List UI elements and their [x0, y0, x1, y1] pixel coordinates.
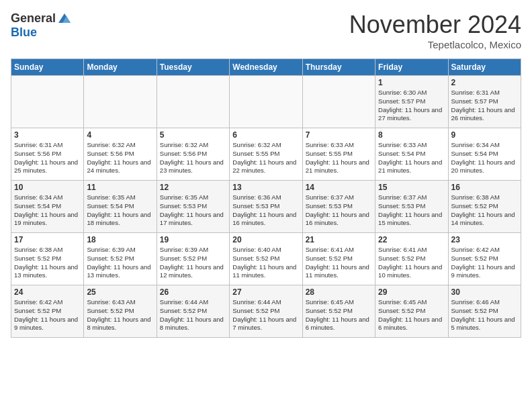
- day-info: Sunrise: 6:33 AM Sunset: 5:54 PM Dayligh…: [378, 141, 445, 175]
- calendar-week-row: 24Sunrise: 6:42 AM Sunset: 5:52 PM Dayli…: [11, 285, 521, 338]
- day-number: 17: [14, 235, 81, 244]
- day-number: 10: [14, 183, 81, 192]
- calendar-day-cell: 9Sunrise: 6:34 AM Sunset: 5:54 PM Daylig…: [448, 128, 521, 181]
- day-info: Sunrise: 6:32 AM Sunset: 5:56 PM Dayligh…: [87, 141, 153, 175]
- calendar-day-cell: 17Sunrise: 6:38 AM Sunset: 5:52 PM Dayli…: [11, 233, 84, 285]
- day-of-week-header: Wednesday: [230, 59, 302, 76]
- day-number: 12: [160, 183, 226, 192]
- calendar-day-cell: 28Sunrise: 6:45 AM Sunset: 5:52 PM Dayli…: [302, 285, 375, 338]
- day-info: Sunrise: 6:33 AM Sunset: 5:55 PM Dayligh…: [306, 141, 372, 175]
- calendar-day-cell: 29Sunrise: 6:45 AM Sunset: 5:52 PM Dayli…: [375, 285, 448, 338]
- calendar-day-cell: 15Sunrise: 6:37 AM Sunset: 5:53 PM Dayli…: [375, 181, 448, 233]
- days-of-week-row: SundayMondayTuesdayWednesdayThursdayFrid…: [11, 59, 521, 76]
- day-info: Sunrise: 6:37 AM Sunset: 5:53 PM Dayligh…: [306, 193, 372, 228]
- calendar-day-cell: 21Sunrise: 6:41 AM Sunset: 5:52 PM Dayli…: [302, 233, 375, 285]
- day-info: Sunrise: 6:42 AM Sunset: 5:52 PM Dayligh…: [451, 246, 518, 280]
- day-number: 5: [160, 130, 226, 140]
- calendar-day-cell: 16Sunrise: 6:38 AM Sunset: 5:52 PM Dayli…: [448, 181, 521, 233]
- calendar-week-row: 17Sunrise: 6:38 AM Sunset: 5:52 PM Dayli…: [11, 233, 521, 285]
- logo-general-text: General: [11, 11, 56, 26]
- day-number: 2: [451, 78, 518, 87]
- day-number: 13: [232, 183, 299, 192]
- day-info: Sunrise: 6:40 AM Sunset: 5:52 PM Dayligh…: [232, 246, 299, 280]
- day-number: 24: [14, 287, 81, 297]
- day-info: Sunrise: 6:44 AM Sunset: 5:52 PM Dayligh…: [232, 298, 299, 332]
- logo: General Blue: [11, 11, 72, 40]
- header: General Blue November 2024 Tepetlacolco,…: [11, 11, 521, 50]
- calendar-day-cell: 3Sunrise: 6:31 AM Sunset: 5:56 PM Daylig…: [11, 128, 84, 181]
- day-number: 7: [306, 130, 372, 140]
- day-info: Sunrise: 6:39 AM Sunset: 5:52 PM Dayligh…: [160, 246, 226, 280]
- calendar-day-cell: 18Sunrise: 6:39 AM Sunset: 5:52 PM Dayli…: [84, 233, 157, 285]
- day-number: 1: [378, 78, 445, 87]
- day-info: Sunrise: 6:32 AM Sunset: 5:56 PM Dayligh…: [160, 141, 226, 175]
- page: General Blue November 2024 Tepetlacolco,…: [0, 0, 532, 411]
- calendar-day-cell: 7Sunrise: 6:33 AM Sunset: 5:55 PM Daylig…: [302, 128, 375, 181]
- day-info: Sunrise: 6:36 AM Sunset: 5:53 PM Dayligh…: [232, 193, 299, 228]
- calendar-day-cell: [11, 76, 84, 128]
- day-number: 16: [451, 183, 518, 192]
- calendar-day-cell: [302, 76, 375, 128]
- calendar-day-cell: 26Sunrise: 6:44 AM Sunset: 5:52 PM Dayli…: [157, 285, 229, 338]
- month-title: November 2024: [349, 11, 521, 39]
- calendar-day-cell: 19Sunrise: 6:39 AM Sunset: 5:52 PM Dayli…: [157, 233, 229, 285]
- day-number: 27: [232, 287, 299, 297]
- calendar-day-cell: 24Sunrise: 6:42 AM Sunset: 5:52 PM Dayli…: [11, 285, 84, 338]
- calendar-week-row: 3Sunrise: 6:31 AM Sunset: 5:56 PM Daylig…: [11, 128, 521, 181]
- day-info: Sunrise: 6:39 AM Sunset: 5:52 PM Dayligh…: [87, 246, 153, 280]
- day-number: 4: [87, 130, 153, 140]
- day-info: Sunrise: 6:35 AM Sunset: 5:54 PM Dayligh…: [87, 193, 153, 228]
- day-number: 18: [87, 235, 153, 244]
- calendar-week-row: 10Sunrise: 6:34 AM Sunset: 5:54 PM Dayli…: [11, 181, 521, 233]
- day-info: Sunrise: 6:44 AM Sunset: 5:52 PM Dayligh…: [160, 298, 226, 332]
- day-number: 28: [306, 287, 372, 297]
- calendar-day-cell: 25Sunrise: 6:43 AM Sunset: 5:52 PM Dayli…: [84, 285, 157, 338]
- day-of-week-header: Tuesday: [157, 59, 229, 76]
- day-number: 6: [232, 130, 299, 140]
- calendar-header: SundayMondayTuesdayWednesdayThursdayFrid…: [11, 59, 521, 76]
- calendar-day-cell: 12Sunrise: 6:35 AM Sunset: 5:53 PM Dayli…: [157, 181, 229, 233]
- day-number: 19: [160, 235, 226, 244]
- day-number: 21: [306, 235, 372, 244]
- calendar-day-cell: 5Sunrise: 6:32 AM Sunset: 5:56 PM Daylig…: [157, 128, 229, 181]
- calendar-day-cell: 10Sunrise: 6:34 AM Sunset: 5:54 PM Dayli…: [11, 181, 84, 233]
- day-info: Sunrise: 6:31 AM Sunset: 5:56 PM Dayligh…: [14, 141, 81, 175]
- title-block: November 2024 Tepetlacolco, Mexico: [349, 11, 521, 50]
- day-info: Sunrise: 6:34 AM Sunset: 5:54 PM Dayligh…: [451, 141, 518, 175]
- day-number: 29: [378, 287, 445, 297]
- day-number: 20: [232, 235, 299, 244]
- day-number: 8: [378, 130, 445, 140]
- day-info: Sunrise: 6:43 AM Sunset: 5:52 PM Dayligh…: [87, 298, 153, 332]
- calendar-day-cell: 20Sunrise: 6:40 AM Sunset: 5:52 PM Dayli…: [230, 233, 302, 285]
- calendar-day-cell: 14Sunrise: 6:37 AM Sunset: 5:53 PM Dayli…: [302, 181, 375, 233]
- day-info: Sunrise: 6:45 AM Sunset: 5:52 PM Dayligh…: [378, 298, 445, 332]
- calendar-day-cell: 11Sunrise: 6:35 AM Sunset: 5:54 PM Dayli…: [84, 181, 157, 233]
- day-info: Sunrise: 6:41 AM Sunset: 5:52 PM Dayligh…: [378, 246, 445, 280]
- calendar-day-cell: 23Sunrise: 6:42 AM Sunset: 5:52 PM Dayli…: [448, 233, 521, 285]
- day-info: Sunrise: 6:34 AM Sunset: 5:54 PM Dayligh…: [14, 193, 81, 228]
- location-subtitle: Tepetlacolco, Mexico: [349, 39, 521, 50]
- calendar-day-cell: 13Sunrise: 6:36 AM Sunset: 5:53 PM Dayli…: [230, 181, 302, 233]
- day-info: Sunrise: 6:37 AM Sunset: 5:53 PM Dayligh…: [378, 193, 445, 228]
- day-info: Sunrise: 6:45 AM Sunset: 5:52 PM Dayligh…: [306, 298, 372, 332]
- day-number: 9: [451, 130, 518, 140]
- day-info: Sunrise: 6:41 AM Sunset: 5:52 PM Dayligh…: [306, 246, 372, 280]
- day-number: 11: [87, 183, 153, 192]
- day-info: Sunrise: 6:32 AM Sunset: 5:55 PM Dayligh…: [232, 141, 299, 175]
- calendar-day-cell: 8Sunrise: 6:33 AM Sunset: 5:54 PM Daylig…: [375, 128, 448, 181]
- day-of-week-header: Sunday: [11, 59, 84, 76]
- day-number: 15: [378, 183, 445, 192]
- calendar-body: 1Sunrise: 6:30 AM Sunset: 5:57 PM Daylig…: [11, 76, 521, 338]
- day-info: Sunrise: 6:30 AM Sunset: 5:57 PM Dayligh…: [378, 89, 445, 123]
- day-number: 14: [306, 183, 372, 192]
- calendar-table: SundayMondayTuesdayWednesdayThursdayFrid…: [11, 58, 521, 338]
- logo-icon: [57, 11, 72, 26]
- calendar-week-row: 1Sunrise: 6:30 AM Sunset: 5:57 PM Daylig…: [11, 76, 521, 128]
- day-number: 3: [14, 130, 81, 140]
- calendar-day-cell: 2Sunrise: 6:31 AM Sunset: 5:57 PM Daylig…: [448, 76, 521, 128]
- calendar-day-cell: 1Sunrise: 6:30 AM Sunset: 5:57 PM Daylig…: [375, 76, 448, 128]
- calendar-day-cell: 6Sunrise: 6:32 AM Sunset: 5:55 PM Daylig…: [230, 128, 302, 181]
- day-of-week-header: Saturday: [448, 59, 521, 76]
- calendar-day-cell: 30Sunrise: 6:46 AM Sunset: 5:52 PM Dayli…: [448, 285, 521, 338]
- day-number: 25: [87, 287, 153, 297]
